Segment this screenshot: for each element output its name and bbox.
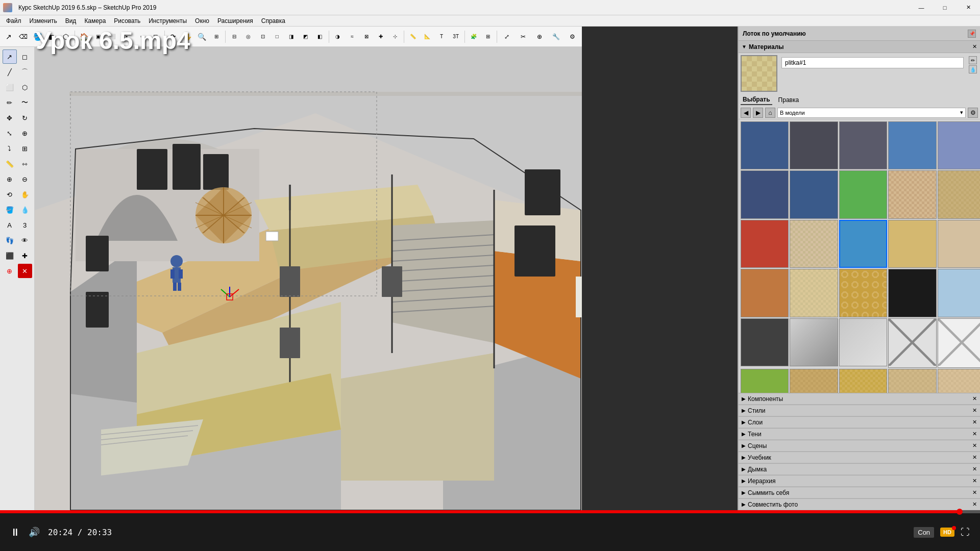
close-button[interactable]: ✕ [957, 0, 980, 15]
materials-back-button[interactable]: ◀ [741, 108, 751, 118]
mat-swatch-1[interactable] [790, 121, 838, 169]
tool-freehand[interactable]: 〜 [18, 95, 32, 110]
materials-tab-select[interactable]: Выбрать [741, 95, 772, 105]
hierarchy-header[interactable]: ▶ Иерархия ✕ [739, 475, 980, 487]
toolbar-measure[interactable]: 📏 [406, 29, 420, 44]
toolbar-zoomext[interactable]: ⊞ [210, 29, 223, 44]
shadows-close[interactable]: ✕ [972, 431, 977, 437]
tool-zoom-in[interactable]: ⊕ [3, 172, 17, 186]
toolbar-3dtext[interactable]: 3T [449, 29, 462, 44]
mat-swatch-12[interactable] [839, 220, 887, 268]
toolbar-extra3[interactable]: ⊕ [532, 29, 547, 44]
tool-polygon[interactable]: ⬡ [18, 80, 32, 94]
styles-header[interactable]: ▶ Стили ✕ [739, 405, 980, 416]
toolbar-shadows[interactable]: ◑ [331, 29, 345, 44]
hd-badge[interactable]: HD [940, 528, 954, 537]
video-controls[interactable]: ⏸ 🔊 20:24 / 20:33 Con HD ⛶ [0, 510, 980, 551]
toolbar-shaded[interactable]: ◨ [285, 29, 298, 44]
materials-dropdown[interactable]: В модели ▾ [777, 108, 966, 118]
match-self-header[interactable]: ▶ Сыммить себя ✕ [739, 487, 980, 498]
tool-pan2[interactable]: ✋ [18, 187, 32, 202]
tool-paint[interactable]: 🪣 [3, 203, 17, 217]
minimize-button[interactable]: — [910, 0, 933, 15]
materials-collapse-triangle[interactable]: ▼ [742, 44, 747, 49]
components-header[interactable]: ▶ Компоненты ✕ [739, 393, 980, 405]
video-progress-dot[interactable] [957, 509, 963, 515]
mat-swatch-13[interactable] [888, 220, 936, 268]
tool-eraser[interactable]: ◻ [18, 49, 32, 64]
toolbar-text[interactable]: T [435, 29, 448, 44]
tutorial-close[interactable]: ✕ [972, 454, 977, 461]
tool-arc[interactable]: ⌒ [18, 65, 32, 79]
subtitles-button[interactable]: Con [914, 527, 934, 538]
tool-move[interactable]: ✥ [3, 111, 17, 125]
toolbar-xray[interactable]: ◎ [242, 29, 255, 44]
tool-redx[interactable]: ✕ [18, 264, 32, 278]
menu-camera[interactable]: Камера [80, 16, 110, 26]
shadows-header[interactable]: ▶ Тени ✕ [739, 429, 980, 440]
mat-swatch-20[interactable] [741, 318, 789, 366]
tool-orbit[interactable]: ⟲ [3, 187, 17, 202]
mat-swatch-14[interactable] [938, 220, 980, 268]
match-photo-header[interactable]: ▶ Совместить фото ✕ [739, 499, 980, 510]
maximize-button[interactable]: □ [933, 0, 957, 15]
tool-offset[interactable]: ⊞ [18, 141, 32, 156]
toolbar-zoom[interactable]: 🔍 [195, 29, 209, 44]
mat-swatch-2[interactable] [839, 121, 887, 169]
tool-3dtext[interactable]: 3 [18, 218, 32, 232]
menu-edit[interactable]: Изменить [26, 16, 61, 26]
volume-button[interactable]: 🔊 [29, 527, 40, 538]
mat-swatch-26[interactable] [790, 369, 838, 393]
menu-window[interactable]: Окно [191, 16, 213, 26]
mat-swatch-11[interactable] [790, 220, 838, 268]
mat-swatch-28[interactable] [888, 369, 936, 393]
components-close[interactable]: ✕ [972, 395, 977, 402]
toolbar-protractor[interactable]: 📐 [421, 29, 434, 44]
tool-zoom-out[interactable]: ⊖ [18, 172, 32, 186]
tutorial-header[interactable]: ▶ Учебник ✕ [739, 452, 980, 463]
mat-swatch-0[interactable] [741, 121, 789, 169]
menu-draw[interactable]: Рисовать [110, 16, 144, 26]
toolbar-eraser[interactable]: ⌫ [16, 29, 30, 44]
menu-help[interactable]: Справка [257, 16, 289, 26]
tool-pencil[interactable]: ✏ [3, 95, 17, 110]
material-edit-btn[interactable]: ✏ [969, 56, 977, 64]
match-self-close[interactable]: ✕ [972, 489, 977, 496]
mat-swatch-9[interactable] [938, 170, 980, 218]
materials-home-button[interactable]: ⌂ [765, 108, 775, 118]
materials-options-button[interactable]: ⚙ [968, 108, 978, 118]
tool-axes[interactable]: ✚ [18, 248, 32, 263]
mat-swatch-23[interactable] [888, 318, 936, 368]
toolbar-hidden[interactable]: □ [271, 29, 284, 44]
toolbar-textured[interactable]: ◩ [299, 29, 312, 44]
menu-tools[interactable]: Инструменты [144, 16, 191, 26]
mat-swatch-29[interactable] [938, 369, 980, 393]
toolbar-section[interactable]: ⊟ [228, 29, 241, 44]
mat-swatch-7[interactable] [839, 170, 887, 218]
materials-close-button[interactable]: ✕ [972, 43, 977, 50]
tool-lookat[interactable]: 👁 [18, 233, 32, 247]
tool-followme[interactable]: ⤵ [3, 141, 17, 156]
tool-line[interactable]: ╱ [3, 65, 17, 79]
toolbar-extra4[interactable]: 🔧 [548, 29, 564, 44]
tool-section[interactable]: ⬛ [3, 248, 17, 263]
tool-walk[interactable]: 👣 [3, 233, 17, 247]
toolbar-mono[interactable]: ◧ [313, 29, 327, 44]
mat-swatch-6[interactable] [790, 170, 838, 218]
tool-sample[interactable]: 💧 [18, 203, 32, 217]
styles-close[interactable]: ✕ [972, 407, 977, 414]
hierarchy-close[interactable]: ✕ [972, 478, 977, 484]
material-name-field[interactable] [779, 55, 966, 92]
fog-header[interactable]: ▶ Дымка ✕ [739, 464, 980, 475]
expand-button[interactable]: ⛶ [961, 527, 970, 538]
tool-tape[interactable]: 📏 [3, 157, 17, 171]
tool-dimensions[interactable]: ⇿ [18, 157, 32, 171]
mat-swatch-16[interactable] [790, 269, 838, 317]
mat-swatch-4[interactable] [938, 121, 980, 169]
mat-swatch-19[interactable] [938, 269, 980, 317]
tool-rotate[interactable]: ↻ [18, 111, 32, 125]
layers-header[interactable]: ▶ Слои ✕ [739, 417, 980, 428]
toolbar-extra1[interactable]: ⤢ [499, 29, 514, 44]
mat-swatch-22[interactable] [839, 318, 887, 366]
tool-text[interactable]: A [3, 218, 17, 232]
